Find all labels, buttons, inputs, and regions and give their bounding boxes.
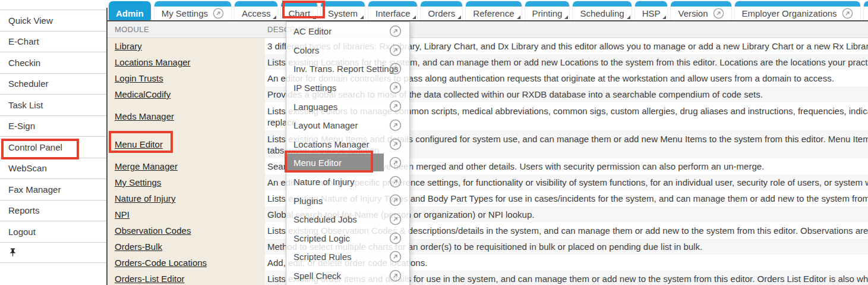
module-link[interactable]: Orders-List Editor xyxy=(115,274,185,284)
dropdown-item-inv-trans-report-settings[interactable]: Inv. Trans. Report Settings xyxy=(286,59,409,79)
sidebar-item-label: Scheduler xyxy=(8,79,49,89)
dropdown-item-scripted-rules[interactable]: Scripted Rules xyxy=(286,248,409,267)
tab-top-accent xyxy=(368,1,417,7)
sidebar-item-task-list[interactable]: Task List xyxy=(0,94,106,115)
table-row: Library 3 different types of libraries: … xyxy=(108,38,868,54)
sidebar-item-label: Logout xyxy=(8,227,36,237)
module-link[interactable]: MedicalCodify xyxy=(115,89,171,99)
dropdown-item-nature-of-injury[interactable]: Nature of Injury xyxy=(286,173,409,192)
tab-top-accent xyxy=(671,1,731,7)
open-new-window-icon xyxy=(389,119,402,131)
dropdown-item-label: Colors xyxy=(293,45,319,55)
dropdown-item-label: Scheduled Jobs xyxy=(293,214,357,224)
open-new-window-icon xyxy=(389,44,402,57)
open-new-window-icon xyxy=(389,156,402,169)
sidebar-item-pin[interactable] xyxy=(0,242,106,264)
dropdown-item-languages[interactable]: Languages xyxy=(286,97,409,116)
module-cell: Library xyxy=(108,38,265,54)
tab-reference[interactable]: Reference xyxy=(466,1,521,20)
tab-label: Scheduling xyxy=(580,8,624,18)
sidebar-item-logout[interactable]: Logout xyxy=(0,221,106,242)
open-new-window-icon xyxy=(842,8,853,19)
tab-label: Printing xyxy=(532,8,563,18)
module-link[interactable]: Orders-Bulk xyxy=(115,242,162,252)
tab-top-accent xyxy=(864,1,868,7)
tab-orders[interactable]: Orders xyxy=(421,1,462,20)
table-row: Nature of Injury Lists existing Nature o… xyxy=(108,190,868,206)
dropdown-item-locations-manager[interactable]: Locations Manager xyxy=(286,135,409,154)
tab-version[interactable]: Version xyxy=(671,1,731,20)
module-link[interactable]: Login Trusts xyxy=(115,73,163,83)
dropdown-item-scheduled-jobs[interactable]: Scheduled Jobs xyxy=(286,210,409,229)
module-cell: Merge Manager xyxy=(108,158,265,174)
tab-printing[interactable]: Printing xyxy=(525,1,570,20)
dropdown-item-spell-check[interactable]: Spell Check xyxy=(286,267,409,285)
module-link[interactable]: Merge Manager xyxy=(115,161,178,171)
dropdown-item-ac-editor[interactable]: AC Editor xyxy=(286,22,409,41)
module-link[interactable]: Meds Manager xyxy=(115,111,174,121)
tab-provider-management[interactable]: Provider Management xyxy=(864,1,868,20)
tab-chart[interactable]: Chart xyxy=(281,1,317,20)
sidebar-item-webscan[interactable]: WebScan xyxy=(0,158,106,179)
tab-access[interactable]: Access xyxy=(235,1,277,20)
tab-label: Employer Organizations xyxy=(742,8,837,18)
tab-scheduling[interactable]: Scheduling xyxy=(573,1,631,20)
tab-label: Chart xyxy=(288,8,310,18)
dropdown-item-colors[interactable]: Colors xyxy=(286,41,409,60)
module-cell: Observation Codes xyxy=(108,223,265,239)
sidebar-item-reports[interactable]: Reports xyxy=(0,200,106,221)
module-link[interactable]: Library xyxy=(115,41,142,51)
sidebar-item-label: E-Sign xyxy=(8,121,35,131)
module-cell: Meds Manager xyxy=(108,102,265,130)
sidebar: Quick View E-Chart Checkin Scheduler Tas… xyxy=(0,10,106,263)
module-cell: Orders-Code Locations xyxy=(108,255,265,271)
dropdown-item-ip-settings[interactable]: IP Settings xyxy=(286,79,409,98)
module-link[interactable]: Observation Codes xyxy=(115,226,191,236)
sidebar-item-checkin[interactable]: Checkin xyxy=(0,52,106,73)
tab-label: My Settings xyxy=(162,8,208,18)
sidebar-item-control-panel[interactable]: Control Panel xyxy=(0,136,106,158)
tab-employer-organizations[interactable]: Employer Organizations xyxy=(735,1,860,20)
dropdown-item-plugins[interactable]: Plugins xyxy=(286,191,409,210)
module-link[interactable]: My Settings xyxy=(115,177,161,187)
open-new-window-icon xyxy=(389,62,402,75)
tab-top-accent xyxy=(281,1,317,7)
sidebar-item-fax-manager[interactable]: Fax Manager xyxy=(0,178,106,200)
tab-label: Version xyxy=(678,8,708,18)
tab-interface[interactable]: Interface xyxy=(368,1,417,20)
open-new-window-icon xyxy=(389,100,402,112)
module-cell: Login Trusts xyxy=(108,70,265,86)
dropdown-item-label: Plugins xyxy=(293,196,323,206)
module-link[interactable]: Orders-Code Locations xyxy=(115,258,207,268)
dropdown-item-layout-manager[interactable]: Layout Manager xyxy=(286,116,409,135)
sidebar-item-scheduler[interactable]: Scheduler xyxy=(0,73,106,95)
sidebar-item-e-sign[interactable]: E-Sign xyxy=(0,115,106,137)
dropdown-item-label: Spell Check xyxy=(293,271,341,281)
tab-bar: Admin My Settings Access Chart System xyxy=(109,1,868,20)
dropdown-item-label: AC Editor xyxy=(293,26,332,36)
open-new-window-icon xyxy=(389,176,402,188)
tab-my-settings[interactable]: My Settings xyxy=(154,1,231,20)
module-cell: Orders-Bulk xyxy=(108,239,265,255)
tab-system[interactable]: System xyxy=(321,1,365,20)
module-cell: MedicalCodify xyxy=(108,86,265,102)
dropdown-item-menu-editor[interactable]: Menu Editor xyxy=(286,154,409,173)
dropdown-item-label: Inv. Trans. Report Settings xyxy=(293,64,398,74)
table-row: Meds Manager Lists existing editors to m… xyxy=(108,102,868,130)
tab-label: Interface xyxy=(375,8,410,18)
table-row: Login Trusts An editor for domain contro… xyxy=(108,70,868,86)
tab-hsp[interactable]: HSP xyxy=(635,1,668,20)
tab-top-accent xyxy=(154,1,231,7)
tab-top-accent xyxy=(525,1,570,7)
sidebar-item-quick-view[interactable]: Quick View xyxy=(0,10,106,31)
dropdown-item-scripted-logic[interactable]: Scripted Logic xyxy=(286,229,409,248)
table-row: Orders-List Editor Lists existing order … xyxy=(108,271,868,285)
module-link[interactable]: Menu Editor xyxy=(115,139,163,149)
module-link[interactable]: NPI xyxy=(115,209,130,220)
dropdown-item-label: IP Settings xyxy=(293,83,336,93)
sidebar-item-e-chart[interactable]: E-Chart xyxy=(0,31,106,52)
tab-admin[interactable]: Admin xyxy=(109,1,151,20)
module-link[interactable]: Nature of Injury xyxy=(115,193,176,203)
module-link[interactable]: Locations Manager xyxy=(115,57,191,67)
tab-top-accent xyxy=(321,1,365,7)
